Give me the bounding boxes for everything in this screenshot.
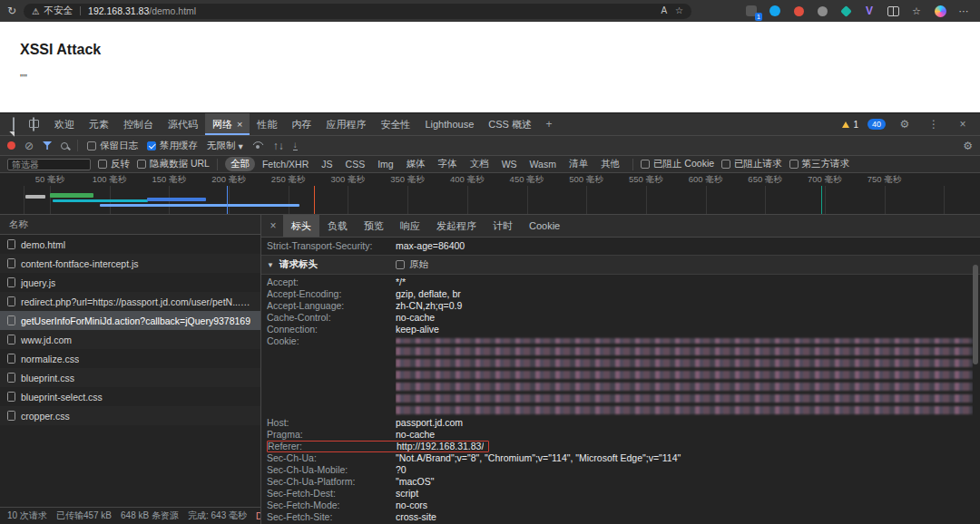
resource-type-filter[interactable]: 文档: [465, 157, 495, 171]
devtools-menu-icon[interactable]: ⋮: [924, 118, 944, 131]
close-network-tab-icon[interactable]: ×: [237, 119, 242, 130]
resource-type-filter[interactable]: Wasm: [524, 158, 562, 170]
reload-icon[interactable]: ↻: [7, 5, 16, 16]
browser-menu-icon[interactable]: ⋯: [956, 4, 971, 18]
favorites-bar-icon[interactable]: ☆: [909, 4, 924, 18]
record-button[interactable]: [7, 141, 15, 150]
checkbox[interactable]: [396, 260, 405, 269]
search-icon[interactable]: [61, 142, 68, 150]
resource-type-filter[interactable]: 其他: [595, 157, 625, 171]
devtools-tab[interactable]: CSS 概述: [481, 113, 539, 135]
resource-type-filter[interactable]: Fetch/XHR: [257, 158, 314, 170]
request-headers-section[interactable]: ▼请求标头 原始: [261, 255, 980, 275]
checkbox[interactable]: [87, 141, 96, 150]
extension-6-icon[interactable]: V: [862, 4, 877, 18]
invert-checkbox[interactable]: 反转: [98, 158, 130, 170]
resource-type-filter[interactable]: JS: [316, 158, 338, 170]
scrollbar-thumb[interactable]: [973, 265, 978, 364]
resource-type-filter[interactable]: Img: [372, 158, 399, 170]
resource-type-filter[interactable]: CSS: [340, 158, 371, 170]
checkbox-checked[interactable]: [147, 141, 156, 150]
network-conditions-icon[interactable]: [252, 141, 264, 150]
extension-2-icon[interactable]: [768, 4, 782, 18]
detail-tab[interactable]: 发起程序: [428, 215, 485, 237]
waterfall-overview[interactable]: [0, 186, 980, 214]
devtools-tab[interactable]: 元素: [82, 113, 116, 135]
preserve-log-checkbox[interactable]: 保留日志: [87, 140, 138, 152]
devtools-tab-label: 源代码: [168, 118, 198, 131]
resource-type-filter[interactable]: 媒体: [401, 157, 431, 171]
devtools-tab[interactable]: 性能: [250, 113, 284, 135]
close-detail-icon[interactable]: ×: [263, 219, 283, 232]
devtools-tab[interactable]: Lighthouse: [417, 113, 481, 135]
detail-tab[interactable]: 响应: [392, 215, 428, 237]
import-export-har-icon[interactable]: ↑↓: [273, 141, 284, 151]
request-row[interactable]: blueprint.css: [0, 368, 260, 387]
more-panels-icon[interactable]: +: [539, 118, 559, 131]
disclosure-triangle-icon[interactable]: ▼: [267, 261, 274, 269]
detail-tab[interactable]: 计时: [485, 215, 521, 237]
extension-1-icon[interactable]: 1: [744, 4, 759, 18]
split-screen-icon[interactable]: [886, 4, 900, 18]
resource-type-filter[interactable]: 字体: [433, 157, 463, 171]
devtools-tab[interactable]: 安全性: [373, 113, 417, 135]
filter-toggle-icon[interactable]: [43, 141, 52, 150]
warnings-badge[interactable]: 1: [842, 120, 858, 130]
request-row[interactable]: getUserInfoForMiniJd.action?callback=jQu…: [0, 311, 260, 330]
resource-type-filter[interactable]: WS: [496, 158, 523, 170]
resource-type-filter[interactable]: 清单: [564, 157, 593, 171]
extension-5-icon[interactable]: [838, 4, 853, 18]
request-row[interactable]: demo.html: [0, 235, 260, 254]
blocked-cookies-checkbox[interactable]: 已阻止 Cookie: [641, 158, 714, 170]
blocked-requests-checkbox[interactable]: 已阻止请求: [721, 158, 782, 170]
extension-3-icon[interactable]: [791, 4, 806, 18]
request-row[interactable]: jquery.js: [0, 273, 260, 292]
devtools-tab[interactable]: 欢迎: [47, 113, 82, 135]
extension-4-icon[interactable]: [815, 4, 829, 18]
hide-data-urls-checkbox[interactable]: 隐藏数据 URL: [137, 158, 210, 170]
security-status-label[interactable]: 不安全: [44, 5, 74, 17]
detail-tab[interactable]: 负载: [319, 215, 356, 237]
checkbox[interactable]: [789, 160, 799, 169]
devtools-tab[interactable]: 控制台: [116, 113, 161, 135]
section-title[interactable]: ▼请求标头: [267, 258, 392, 271]
close-devtools-icon[interactable]: ×: [953, 118, 973, 131]
devtools-tab[interactable]: 源代码: [161, 113, 205, 135]
request-row[interactable]: normalize.css: [0, 349, 260, 368]
checkbox[interactable]: [137, 160, 146, 169]
issues-badge[interactable]: 40: [867, 119, 886, 130]
disable-cache-checkbox[interactable]: 禁用缓存: [147, 140, 198, 152]
checkbox[interactable]: [98, 160, 107, 169]
read-aloud-icon[interactable]: A: [661, 6, 667, 15]
copilot-icon[interactable]: [933, 4, 947, 18]
address-bar[interactable]: ⚠ 不安全 192.168.31.83/demo.html A ☆: [24, 4, 691, 19]
inspect-element-icon[interactable]: [4, 118, 24, 131]
network-settings-gear-icon[interactable]: ⚙: [963, 141, 973, 151]
checkbox[interactable]: [641, 160, 650, 169]
request-row[interactable]: www.jd.com: [0, 330, 260, 349]
download-har-icon[interactable]: ↓: [293, 141, 298, 150]
devtools-tab[interactable]: 内存: [284, 113, 318, 135]
request-row[interactable]: blueprint-select.css: [0, 387, 260, 406]
header-value: "macOS": [396, 477, 973, 487]
url-text[interactable]: 192.168.31.83/demo.html: [88, 5, 196, 16]
clear-network-log-icon[interactable]: ⊘: [24, 141, 34, 151]
raw-headers-toggle[interactable]: 原始: [396, 258, 973, 271]
favorite-star-icon[interactable]: ☆: [675, 6, 683, 15]
request-row[interactable]: content-fontface-intercept.js: [0, 254, 260, 273]
devtools-tab[interactable]: 网络 ×: [205, 113, 250, 135]
filter-input[interactable]: [7, 159, 91, 170]
request-row[interactable]: redirect.php?url=https://passport.jd.com…: [0, 292, 260, 311]
request-row[interactable]: cropper.css: [0, 406, 260, 425]
third-party-checkbox[interactable]: 第三方请求: [789, 158, 850, 170]
detail-tab[interactable]: 标头: [283, 215, 319, 237]
settings-gear-icon[interactable]: ⚙: [895, 118, 915, 131]
detail-tab[interactable]: Cookie: [521, 215, 568, 237]
device-toolbar-icon[interactable]: [24, 118, 44, 131]
detail-tab[interactable]: 预览: [356, 215, 392, 237]
request-list-header[interactable]: 名称: [0, 215, 260, 235]
resource-type-filter[interactable]: 全部: [225, 157, 255, 171]
devtools-tab[interactable]: 应用程序: [318, 113, 373, 135]
checkbox[interactable]: [721, 160, 730, 169]
throttling-select[interactable]: 无限制▾: [207, 140, 243, 152]
